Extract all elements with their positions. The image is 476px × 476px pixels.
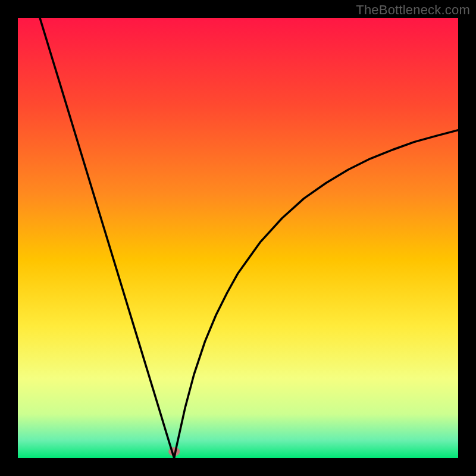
plot-area bbox=[18, 18, 458, 458]
watermark-text: TheBottleneck.com bbox=[356, 2, 470, 18]
chart-frame: TheBottleneck.com bbox=[0, 0, 476, 476]
chart-svg bbox=[18, 18, 458, 458]
gradient-background bbox=[18, 18, 458, 458]
